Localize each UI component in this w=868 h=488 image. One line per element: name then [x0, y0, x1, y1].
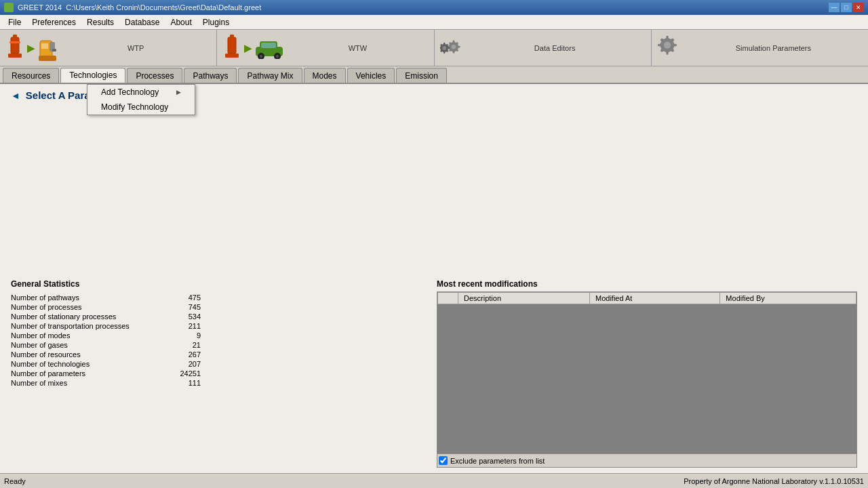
stat-value-parameters: 24251 — [174, 369, 201, 378]
svg-rect-10 — [225, 54, 239, 58]
stat-row-gases: Number of gases 21 — [11, 340, 201, 350]
menu-database[interactable]: Database — [119, 16, 165, 29]
toolbar-wtw-section: ▶ WTW — [217, 30, 434, 66]
tab-bar: Resources Technologies Processes Pathway… — [0, 66, 868, 84]
stat-row-pathways: Number of pathways 475 — [11, 293, 201, 302]
toolbar-wtp-section: ▶ WTP — [0, 30, 217, 66]
stats-area: General Statistics Number of pathways 47… — [0, 274, 868, 473]
tab-pathway-mix[interactable]: Pathway Mix — [238, 68, 302, 83]
heading-left-icon: ◄ — [11, 90, 20, 101]
file-path: C:\Users\Keith Cronin\Documents\Greet\Da… — [66, 3, 261, 12]
stat-label-processes: Number of processes — [11, 303, 82, 311]
recent-mods-title: Most recent modifications — [437, 279, 857, 289]
tab-vehicles[interactable]: Vehicles — [347, 68, 395, 83]
menu-about[interactable]: About — [165, 16, 197, 29]
stat-row-resources: Number of resources 267 — [11, 350, 201, 359]
app-icon — [4, 3, 14, 12]
svg-point-19 — [451, 44, 455, 48]
stat-value-technologies: 207 — [174, 360, 201, 368]
col-modified-at: Modified At — [590, 293, 720, 304]
submenu-arrow-icon: ▶ — [176, 89, 181, 96]
toolbar: ▶ WTP ▶ — [0, 30, 868, 66]
minimize-button[interactable]: — — [829, 3, 840, 12]
stat-label-mixes: Number of mixes — [11, 379, 67, 387]
stat-value-mixes: 111 — [174, 379, 201, 387]
svg-rect-9 — [228, 37, 236, 54]
general-stats-title: General Statistics — [11, 279, 423, 289]
stat-row-modes: Number of modes 9 — [11, 331, 201, 340]
data-editors-icon-wrap[interactable] — [440, 37, 462, 59]
stat-label-transport: Number of transportation processes — [11, 322, 130, 330]
svg-rect-7 — [41, 43, 48, 49]
add-technology-label: Add Technology — [101, 87, 159, 97]
wtw-icon-wrap[interactable]: ▶ — [222, 35, 284, 62]
tab-technologies[interactable]: Technologies — [60, 68, 125, 83]
technologies-dropdown: Add Technology ▶ Modify Technology — [87, 84, 195, 115]
arrow-wtw: ▶ — [244, 43, 252, 54]
stat-value-transport: 211 — [174, 322, 201, 330]
col-empty — [438, 293, 458, 304]
menu-file[interactable]: File — [3, 16, 26, 29]
svg-rect-2 — [13, 35, 17, 39]
tab-pathways[interactable]: Pathways — [184, 68, 237, 83]
wtp-label: WTP — [60, 44, 211, 52]
mods-table-wrap: Description Modified At Modified By — [437, 291, 857, 454]
maximize-button[interactable]: □ — [841, 3, 852, 12]
svg-point-21 — [664, 41, 671, 48]
stat-value-gases: 21 — [174, 341, 201, 349]
stat-value-processes: 745 — [174, 303, 201, 311]
menu-results[interactable]: Results — [81, 16, 119, 29]
svg-rect-1 — [8, 54, 22, 58]
add-technology-item[interactable]: Add Technology ▶ — [87, 85, 195, 100]
stat-label-stationary: Number of stationary processes — [11, 312, 116, 321]
wtp-icon-wrap[interactable]: ▶ — [5, 35, 58, 62]
toolbar-sim-params-section: Simulation Parameters — [652, 30, 868, 66]
svg-rect-18 — [261, 43, 276, 48]
svg-rect-0 — [11, 37, 19, 54]
col-description: Description — [458, 293, 590, 304]
status-ready: Ready — [4, 477, 26, 485]
pump-icon — [37, 35, 58, 61]
status-bar: Ready Property of Argonne National Labor… — [0, 473, 868, 488]
svg-point-20 — [442, 46, 446, 50]
data-editors-label: Data Editors — [465, 44, 646, 52]
stat-row-processes: Number of processes 745 — [11, 302, 201, 312]
menu-plugins[interactable]: Plugins — [197, 16, 235, 29]
window-controls: — □ ✕ — [829, 3, 864, 12]
modify-technology-label: Modify Technology — [101, 102, 168, 112]
stat-label-pathways: Number of pathways — [11, 293, 79, 302]
sim-params-icon-wrap[interactable] — [657, 36, 682, 60]
stat-value-resources: 267 — [174, 350, 201, 359]
title-bar: GREET 2014 C:\Users\Keith Cronin\Documen… — [0, 0, 868, 15]
exclude-checkbox[interactable] — [439, 456, 448, 465]
menu-preferences[interactable]: Preferences — [26, 16, 81, 29]
stat-label-parameters: Number of parameters — [11, 369, 85, 378]
exclude-label: Exclude parameters from list — [450, 457, 545, 465]
tab-processes[interactable]: Processes — [127, 68, 182, 83]
stat-row-stationary: Number of stationary processes 534 — [11, 312, 201, 321]
exclude-row: Exclude parameters from list — [437, 454, 857, 468]
close-button[interactable]: ✕ — [853, 3, 864, 12]
mods-body — [437, 304, 856, 453]
stat-label-resources: Number of resources — [11, 350, 81, 359]
modify-technology-item[interactable]: Modify Technology — [87, 100, 195, 115]
app-name: GREET 2014 — [18, 3, 62, 12]
tab-modes[interactable]: Modes — [304, 68, 346, 83]
wtw-wellhead-icon — [222, 35, 241, 62]
svg-rect-6 — [52, 49, 56, 52]
svg-rect-8 — [39, 56, 56, 61]
stat-row-transport: Number of transportation processes 211 — [11, 321, 201, 331]
stat-value-pathways: 475 — [174, 293, 201, 302]
svg-point-16 — [260, 55, 262, 58]
tab-resources[interactable]: Resources — [3, 68, 59, 83]
wellhead-icon — [5, 35, 24, 62]
svg-point-17 — [276, 55, 279, 58]
gear-single-icon — [657, 36, 682, 60]
stat-row-technologies: Number of technologies 207 — [11, 359, 201, 369]
col-modified-by: Modified By — [720, 293, 856, 304]
wtw-label: WTW — [287, 44, 428, 52]
stat-label-technologies: Number of technologies — [11, 360, 90, 368]
recent-mods: Most recent modifications Description Mo… — [437, 279, 857, 468]
menu-bar: File Preferences Results Database About … — [0, 15, 868, 30]
tab-emission[interactable]: Emission — [396, 68, 447, 83]
